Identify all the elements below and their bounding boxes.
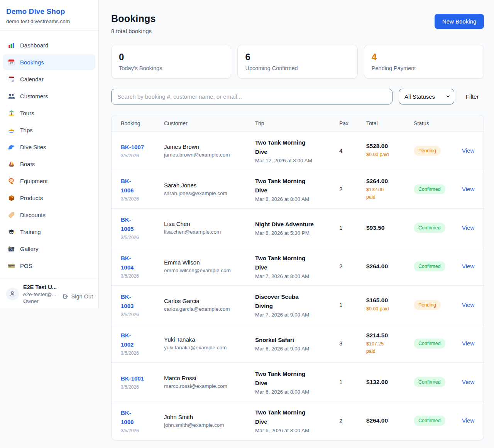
- trip-datetime: Mar 6, 2026 at 9:00 AM: [255, 346, 339, 352]
- paid-amount: $132.00 paid: [366, 186, 394, 201]
- sign-out-label: Sign Out: [71, 293, 93, 300]
- view-cell: View: [462, 186, 474, 193]
- search-input[interactable]: [111, 89, 392, 104]
- booking-link[interactable]: BK-1001: [121, 374, 144, 383]
- booking-link[interactable]: BK- 1004: [121, 254, 134, 272]
- trip-cell: Snorkel Safari Mar 6, 2026 at 9:00 AM: [255, 335, 339, 352]
- sidebar-item-discounts[interactable]: Discounts: [3, 207, 95, 222]
- booking-link[interactable]: BK-1007: [121, 143, 144, 152]
- booking-cell: BK- 1006 3/5/2026: [121, 177, 164, 202]
- status-cell: Confirmed: [414, 261, 462, 271]
- trip-datetime: Mar 6, 2026 at 8:00 AM: [255, 389, 339, 395]
- sidebar-item-tours[interactable]: Tours: [3, 105, 95, 121]
- view-link[interactable]: View: [462, 186, 474, 192]
- view-link[interactable]: View: [462, 263, 474, 269]
- total-cell: $214.50 $107.25 paid: [366, 332, 414, 355]
- search-wrap: [111, 89, 392, 104]
- booking-link[interactable]: BK- 1005: [121, 215, 134, 234]
- dive-mask-icon: [8, 177, 15, 185]
- sidebar-item-products[interactable]: Products: [3, 190, 95, 205]
- grad-cap-icon: [8, 228, 15, 236]
- booking-link[interactable]: BK- 1002: [121, 331, 134, 349]
- view-link[interactable]: View: [462, 147, 474, 154]
- booking-link[interactable]: BK- 1006: [121, 177, 134, 195]
- credit-card-icon: [8, 262, 15, 269]
- total-cell: $165.00 $0.00 paid: [366, 297, 414, 313]
- view-link[interactable]: View: [462, 224, 474, 231]
- customer-cell: Sarah Jones sarah.jones@example.com: [164, 182, 255, 196]
- sidebar-item-trips[interactable]: Trips: [3, 122, 95, 138]
- sailboat-icon: [8, 160, 15, 168]
- svg-text:17: 17: [10, 62, 13, 65]
- stat-label: Upcoming Confirmed: [245, 65, 350, 71]
- user-role: Owner: [23, 298, 57, 304]
- customer-cell: Yuki Tanaka yuki.tanaka@example.com: [164, 336, 255, 350]
- view-link[interactable]: View: [462, 301, 474, 308]
- camera-icon: [8, 245, 15, 253]
- island-icon: [8, 109, 15, 117]
- view-link[interactable]: View: [462, 417, 474, 424]
- trip-name: Two Tank Morning Dive: [255, 177, 317, 195]
- page-title: Bookings: [111, 13, 156, 24]
- booking-link[interactable]: BK- 1003: [121, 292, 134, 311]
- view-link[interactable]: View: [462, 379, 474, 385]
- customer-email: sarah.jones@example.com: [164, 190, 255, 196]
- trip-cell: Two Tank Morning Dive Mar 6, 2026 at 8:0…: [255, 369, 339, 395]
- booking-cell: BK- 1002 3/5/2026: [121, 331, 164, 356]
- customer-email: emma.wilson@example.com: [164, 268, 255, 273]
- sidebar-item-bookings[interactable]: 17 Bookings: [3, 54, 95, 70]
- user-name: E2E Test U...: [23, 284, 57, 290]
- sign-out-icon: [62, 293, 69, 300]
- sidebar-item-equipment[interactable]: Equipment: [3, 173, 95, 189]
- status-filter-select[interactable]: All Statuses: [399, 89, 454, 104]
- sidebar: Demo Dive Shop demo.test.divestreams.com…: [0, 0, 99, 308]
- sidebar-item-training[interactable]: Training: [3, 224, 95, 239]
- shop-name: Demo Dive Shop: [6, 7, 92, 16]
- booking-cell: BK- 1005 3/5/2026: [121, 215, 164, 240]
- booking-cell: BK- 1000 3/5/2026: [121, 408, 164, 433]
- view-link[interactable]: View: [462, 340, 474, 347]
- trip-name: Two Tank Morning Dive: [255, 369, 317, 388]
- new-booking-button[interactable]: New Booking: [435, 14, 484, 29]
- customer-email: marco.rossi@example.com: [164, 383, 255, 389]
- trip-cell: Two Tank Morning Dive Mar 8, 2026 at 8:0…: [255, 177, 339, 202]
- sidebar-item-dashboard[interactable]: Dashboard: [3, 37, 95, 53]
- customer-name: Carlos Garcia: [164, 298, 255, 304]
- customer-name: Marco Rossi: [164, 375, 255, 381]
- sidebar-item-label: Trips: [20, 127, 33, 133]
- sidebar-item-customers[interactable]: Customers: [3, 88, 95, 104]
- total-amount: $165.00: [366, 297, 414, 304]
- booking-link[interactable]: BK- 1000: [121, 408, 134, 427]
- sidebar-item-pos[interactable]: POS: [3, 258, 95, 273]
- view-cell: View: [462, 379, 474, 386]
- view-cell: View: [462, 224, 474, 231]
- view-cell: View: [462, 417, 474, 424]
- sidebar-item-calendar[interactable]: Calendar: [3, 71, 95, 87]
- trip-name: Discover Scuba Diving: [255, 292, 317, 311]
- trip-name: Night Dive Adventure: [255, 220, 317, 229]
- trip-cell: Two Tank Morning Dive Mar 7, 2026 at 8:0…: [255, 254, 339, 279]
- sidebar-item-gallery[interactable]: Gallery: [3, 241, 95, 256]
- status-badge: Pending: [414, 300, 441, 310]
- trip-cell: Discover Scuba Diving Mar 7, 2026 at 9:0…: [255, 292, 339, 318]
- wave-icon: [8, 143, 15, 151]
- booking-date: 3/5/2026: [121, 312, 164, 317]
- paid-amount: $107.25 paid: [366, 340, 394, 355]
- sidebar-item-boats[interactable]: Boats: [3, 156, 95, 172]
- customer-cell: John Smith john.smith@example.com: [164, 414, 255, 428]
- booking-date: 3/5/2026: [121, 384, 164, 390]
- customer-cell: Marco Rossi marco.rossi@example.com: [164, 375, 255, 389]
- sign-out-button[interactable]: Sign Out: [62, 293, 93, 300]
- customer-name: Yuki Tanaka: [164, 336, 255, 343]
- table-row: BK-1007 3/5/2026 James Brown james.brown…: [112, 131, 484, 170]
- pax-count: 2: [339, 186, 366, 192]
- trip-datetime: Mar 8, 2026 at 5:30 PM: [255, 230, 339, 236]
- sidebar-item-dive-sites[interactable]: Dive Sites: [3, 139, 95, 155]
- pax-count: 4: [339, 147, 366, 154]
- booking-date: 3/5/2026: [121, 153, 164, 158]
- shop-domain: demo.test.divestreams.com: [6, 19, 92, 24]
- filter-button[interactable]: Filter: [460, 93, 484, 100]
- sidebar-item-label: Calendar: [20, 76, 44, 83]
- status-cell: Confirmed: [414, 416, 462, 426]
- box-icon: [8, 194, 15, 202]
